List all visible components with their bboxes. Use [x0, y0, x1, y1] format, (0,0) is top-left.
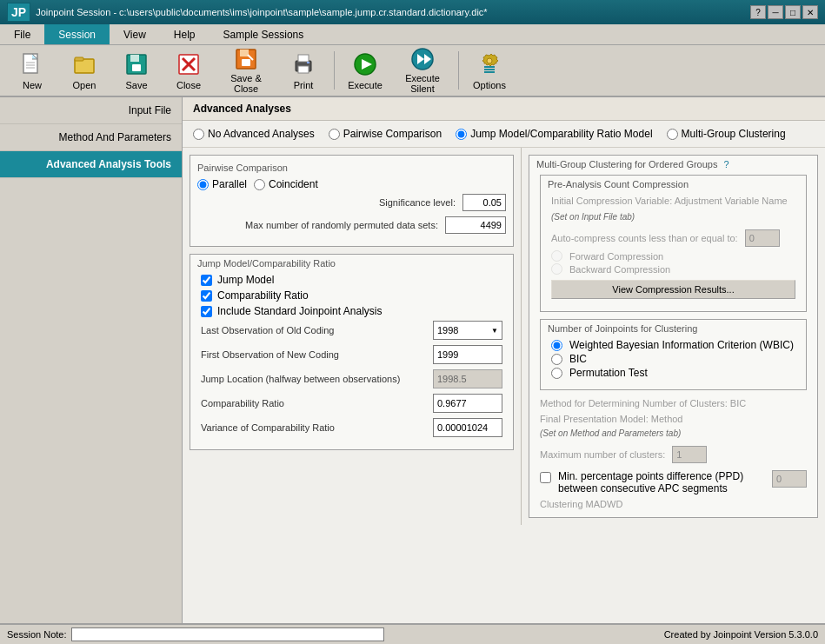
permutation-label: Permutation Test	[569, 367, 648, 379]
right-panel: Multi-Group Clustering for Ordered Group…	[522, 148, 825, 525]
print-button[interactable]: Print	[278, 48, 329, 93]
pairwise-radio-label[interactable]: Pairwise Comparison	[329, 128, 442, 140]
multi-group-radio-text: Multi-Group Clustering	[682, 128, 786, 140]
no-advanced-radio[interactable]	[193, 129, 204, 140]
jump-model-radio[interactable]	[456, 129, 467, 140]
wbic-radio[interactable]	[551, 340, 562, 351]
min-ppd-label-group: Min. percentage points difference (PPD) …	[558, 470, 765, 495]
menu-sample-sessions[interactable]: Sample Sessions	[210, 24, 318, 44]
close-window-button[interactable]: ✕	[802, 5, 818, 19]
multi-group-content: Pre-Analysis Count Compression Initial C…	[529, 171, 817, 517]
multi-group-radio-label[interactable]: Multi-Group Clustering	[667, 128, 786, 140]
menu-file[interactable]: File	[0, 24, 44, 44]
last-obs-value: 1998	[437, 325, 458, 335]
options-button[interactable]: Options	[464, 48, 515, 93]
title-bar: JP Joinpoint Session - c:\users\public\d…	[0, 0, 825, 24]
comparability-ratio-input[interactable]	[433, 394, 502, 413]
jump-model-box: Jump Model/Comparability Ratio Jump Mode…	[190, 254, 514, 450]
maximize-button[interactable]: □	[785, 5, 801, 19]
parallel-label: Parallel	[212, 178, 247, 190]
bic-radio[interactable]	[551, 354, 562, 365]
min-ppd-checkbox[interactable]	[540, 472, 551, 483]
execute-silent-button[interactable]: Execute Silent	[392, 48, 453, 93]
window-controls[interactable]: ? ─ □ ✕	[750, 5, 818, 19]
no-advanced-radio-label[interactable]: No Advanced Analyses	[193, 128, 315, 140]
backward-compression-row: Backward Compression	[551, 263, 795, 275]
parallel-radio-label[interactable]: Parallel	[197, 178, 247, 190]
first-obs-input[interactable]	[433, 345, 502, 364]
open-button[interactable]: Open	[59, 48, 110, 93]
menu-session[interactable]: Session	[44, 24, 110, 44]
num-joinpoints-content: Weighted Bayesian Information Criterion …	[541, 335, 806, 389]
parallel-radio[interactable]	[197, 179, 209, 190]
jump-model-radio-label[interactable]: Jump Model/Comparability Ratio Model	[456, 128, 652, 140]
last-obs-row: Last Observation of Old Coding 1998 ▼	[201, 321, 502, 340]
initial-compression-label: Initial Compression Variable: Adjustment…	[551, 196, 788, 206]
coincident-radio[interactable]	[254, 179, 265, 190]
final-presentation-row: Final Presentation Model: Method	[540, 413, 807, 425]
jump-model-checkbox[interactable]	[201, 275, 212, 286]
coincident-radio-label[interactable]: Coincident	[254, 178, 318, 190]
min-ppd-input	[772, 470, 807, 488]
pairwise-radio-text: Pairwise Comparison	[343, 128, 442, 140]
include-standard-checkbox[interactable]	[201, 306, 212, 317]
significance-level-input[interactable]	[462, 194, 506, 211]
comparability-ratio-row: Comparability Ratio	[201, 394, 502, 413]
clustering-madwd-row: Clustering MADWD	[540, 498, 807, 510]
open-label: Open	[73, 80, 96, 90]
save-icon	[123, 50, 150, 78]
save-close-button[interactable]: Save & Close	[216, 48, 276, 93]
sidebar-item-advanced-analysis[interactable]: Advanced Analysis Tools	[0, 151, 182, 178]
last-obs-label: Last Observation of Old Coding	[201, 325, 426, 335]
multi-group-radio[interactable]	[667, 129, 678, 140]
last-obs-dropdown[interactable]: 1998 ▼	[433, 321, 502, 340]
new-label: New	[23, 80, 42, 90]
view-compression-btn[interactable]: View Compression Results...	[551, 280, 795, 299]
print-label: Print	[294, 80, 314, 90]
comparability-ratio-checkbox[interactable]	[201, 290, 212, 302]
minimize-button[interactable]: ─	[768, 5, 783, 19]
pairwise-comparison-box: Pairwise Comparison Parallel Coincident …	[190, 155, 514, 247]
svg-rect-7	[130, 55, 139, 62]
menu-view[interactable]: View	[110, 24, 160, 44]
max-permuted-row: Max number of randomly permuted data set…	[197, 216, 506, 234]
execute-button[interactable]: Execute	[340, 48, 390, 93]
num-joinpoints-section: Number of Joinpoints for Clustering Weig…	[540, 319, 807, 390]
jump-location-label: Jump Location (halfway between observati…	[201, 374, 426, 384]
method-determining-row: Method for Determining Number of Cluster…	[540, 397, 807, 409]
max-permuted-input[interactable]	[445, 216, 506, 234]
options-icon	[476, 50, 503, 78]
save-label: Save	[125, 80, 147, 90]
new-button[interactable]: New	[7, 48, 57, 93]
execute-silent-icon	[409, 47, 436, 71]
permutation-radio[interactable]	[551, 368, 562, 379]
pairwise-orientation-row: Parallel Coincident	[197, 178, 506, 190]
main-layout: Input File Method And Parameters Advance…	[0, 97, 825, 623]
max-clusters-input	[672, 446, 707, 463]
session-note-input[interactable]	[71, 627, 384, 641]
content-area: Advanced Analyses No Advanced Analyses P…	[183, 97, 825, 623]
svg-rect-18	[298, 66, 309, 73]
app-logo: JP	[7, 3, 30, 22]
help-question-mark[interactable]: ?	[724, 159, 729, 169]
include-standard-checkbox-label: Include Standard Joinpoint Analysis	[217, 305, 382, 317]
svg-rect-19	[307, 62, 309, 63]
dropdown-arrow: ▼	[491, 327, 498, 335]
toolbar: New Open Save Close Save & Close Print	[0, 45, 825, 97]
coincident-label: Coincident	[269, 178, 318, 190]
variance-cr-row: Variance of Comparability Ratio	[201, 418, 502, 437]
close-button[interactable]: Close	[163, 48, 214, 93]
forward-compression-label: Forward Compression	[569, 251, 663, 262]
significance-level-label: Significance level:	[379, 197, 456, 208]
open-icon	[70, 50, 98, 78]
status-bar: Session Note: Created by Joinpoint Versi…	[0, 623, 825, 644]
pairwise-radio[interactable]	[329, 129, 340, 140]
min-ppd-label: Min. percentage points difference (PPD)	[558, 470, 765, 482]
sidebar-item-method-params[interactable]: Method And Parameters	[0, 124, 182, 151]
variance-cr-input[interactable]	[433, 418, 502, 437]
sidebar-item-input-file[interactable]: Input File	[0, 97, 182, 124]
save-button[interactable]: Save	[111, 48, 162, 93]
help-button[interactable]: ?	[750, 5, 766, 19]
no-advanced-radio-text: No Advanced Analyses	[208, 128, 315, 140]
menu-help[interactable]: Help	[160, 24, 210, 44]
